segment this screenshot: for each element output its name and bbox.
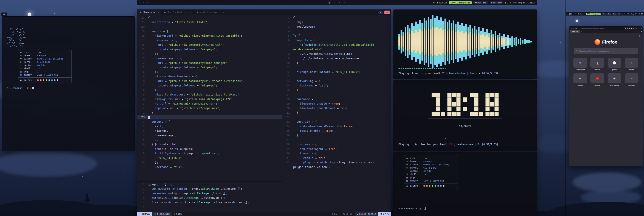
tab-flake-nix[interactable]: ❄ flake.nix × (137, 10, 162, 15)
code-line[interactable]: 9 ../../modules/nixos/desktop/awesome (282, 56, 391, 61)
code-line[interactable]: 5 ... (137, 137, 282, 142)
code-line[interactable]: 1{ (282, 15, 391, 20)
code-line[interactable]: 20 (137, 24, 282, 29)
code-line[interactable]: 14 }; (137, 52, 282, 56)
code-line[interactable]: 13 (282, 74, 391, 79)
code-line[interactable]: 17 nixos-wsl = { (137, 38, 282, 43)
neovim-window[interactable]: ❄ flake.nix × ❄ pkgs/default... × ❄ host… (137, 10, 391, 216)
code-line[interactable]: 16 url = "github:nix-community/nixos-wsl… (137, 43, 282, 47)
code-line[interactable]: 2 pkgs, (282, 20, 391, 24)
code-line[interactable]: 5} (137, 204, 282, 209)
code-line[interactable]: 17 (282, 92, 391, 97)
code-line[interactable]: 18 nixpkgs.url = "github:nixos/nixpkgs/n… (137, 33, 282, 38)
tag-1[interactable]: 1 (569, 13, 572, 15)
code-line[interactable]: 22 (282, 115, 391, 119)
clock-module[interactable]: Thu Aug 08, 18:18 (513, 2, 535, 4)
tab-pkgs-default[interactable]: ❄ pkgs/default... × (162, 10, 194, 15)
code-line[interactable]: 8 url = "github:nix-community/nix-vscode… (137, 79, 282, 83)
editor-pane-hosts[interactable]: 1{2 pkgs,3 modulesPath,4 ...5}: {6 impor… (282, 15, 391, 212)
code-line[interactable]: 1 tux-awesome-wm-config = pkgs.callPacka… (137, 186, 282, 191)
extension-icon[interactable] (625, 28, 626, 29)
code-line[interactable]: 4 ... (282, 29, 391, 33)
tray-icon[interactable]: ◆ (510, 2, 511, 4)
code-line[interactable]: 10 ]; (282, 61, 391, 65)
ping-module[interactable]: Home: 6ms (602, 13, 612, 15)
clock-module[interactable]: Thu Aug 08, 18:18 (628, 13, 643, 15)
code-line[interactable]: 7 inherit (self) outputs; (137, 147, 282, 151)
menu-icon[interactable]: ≡ (139, 1, 141, 4)
url-bar[interactable]: Search with Google or enter address (578, 27, 624, 30)
shortcut-chatgpt[interactable]: ⊛chatgpt (572, 73, 588, 86)
code-line[interactable]: 15 inputs.nixpkgs.follows = "nixpkgs"; (137, 47, 282, 52)
menu-button[interactable]: ≡ (633, 27, 634, 29)
back-button[interactable]: ← (570, 27, 572, 29)
tray-icon[interactable]: ♪ (624, 13, 625, 15)
code-line[interactable]: 11 username = "tux"; (137, 165, 282, 169)
extension-icon[interactable] (627, 28, 628, 29)
editor-pane-pkgs[interactable]: 1{pkgs, ...}: {1 tux-awesome-wm-config =… (137, 181, 282, 212)
shortcut-search-nixos[interactable]: ❄search.nixos (572, 58, 588, 71)
code-line[interactable]: 11 (282, 65, 391, 70)
code-line[interactable]: 3 nur.url = "github:nix-community/nur"; (137, 101, 282, 106)
code-line[interactable]: 10 }; (137, 70, 282, 74)
tray-icon[interactable]: ● (505, 2, 506, 4)
code-line[interactable]: 5 nixos-hardware.url = "github:nixos/nix… (137, 92, 282, 97)
clock-panel[interactable]: 08/08/24 =====================> Playing:… (394, 80, 537, 151)
close-button[interactable]: × (640, 27, 642, 29)
tab-list-button[interactable]: ▾ (641, 31, 642, 33)
maximize-button[interactable]: □ (638, 27, 639, 29)
code-line[interactable]: 19 bluetooth.enable = true; (282, 101, 391, 106)
firefox-window[interactable]: ← → ↻ Search with Google or enter addres… (569, 26, 643, 166)
tab-close-icon[interactable]: × (190, 11, 192, 13)
code-line[interactable]: 6 } @ inputs: let (137, 142, 282, 147)
code-line[interactable]: 21 description = "tux's NixOS Flake"; (137, 20, 282, 24)
shortcut-amazon[interactable]: aamazon (590, 58, 606, 71)
code-line[interactable]: 21 }; (282, 110, 391, 115)
tab-hosts-isoimage[interactable]: ❄ hosts/isoImag.. × (194, 10, 227, 15)
shortcut-claude[interactable]: ✳claude (624, 58, 640, 71)
code-line[interactable]: 23 security = { (282, 119, 391, 124)
code-line[interactable]: 2 tux-nvim-config = pkgs.callPackage ./n… (137, 191, 282, 195)
ping-module[interactable]: Home: 8ms (473, 1, 488, 4)
code-line[interactable]: 31 enable = true; (282, 156, 391, 160)
code-line[interactable]: 3 modulesPath, (282, 24, 391, 29)
code-line[interactable]: 2 sops-nix.url = "github:Mic92/sops-nix"… (137, 106, 282, 110)
tag-2[interactable]: 2 (333, 1, 336, 4)
code-line[interactable]: 8 forAllSystems = nixpkgs.lib.genAttrs [ (137, 151, 282, 156)
code-line[interactable]: 15 hostName = "iso"; (282, 83, 391, 88)
code-line[interactable]: 26 }; (282, 133, 391, 137)
minimize-button[interactable]: – (636, 27, 636, 29)
code-line[interactable]: 7 "${modulesPath}/installer/cd-dvd/insta… (282, 43, 391, 47)
code-line[interactable]: 7 inputs.nixpkgs.follows = "nixpkgs"; (137, 83, 282, 88)
code-line[interactable]: 11 inputs.nixpkgs.follows = "nixpkgs"; (137, 65, 282, 70)
code-line[interactable]: 27 (282, 137, 391, 142)
code-line[interactable]: 16 }; (282, 88, 391, 92)
menu-icon[interactable]: ≡ (567, 13, 568, 15)
newtab-search-bar[interactable]: Search with Google or enter address (574, 48, 638, 54)
code-line[interactable]: plugin thunar-volman]; (282, 165, 391, 169)
power-profile-module[interactable]: P: Balanced (433, 2, 448, 4)
code-line[interactable]: n-cd-minimal.nix" (282, 47, 391, 52)
shortcut-chat-openai[interactable]: ⊛chat.openai (606, 73, 622, 86)
gpu-module[interactable]: GPU: Integrated (586, 13, 601, 15)
tag-3[interactable]: 3 (338, 1, 341, 4)
gpu-module[interactable]: GPU: Integrated (449, 1, 472, 4)
code-line[interactable]: 10 ]; (137, 160, 282, 165)
power-profile-module[interactable]: P: Balanced (575, 13, 585, 15)
personalize-gear-icon[interactable]: ⚙ (639, 35, 641, 37)
code-line[interactable]: 4 firefox-mod-blur = pkgs.callPackage ./… (137, 200, 282, 204)
terminal-window[interactable]: \\ \\ // ==\\__\\/ // // \\// ==// //== … (2, 16, 135, 151)
code-line[interactable]: 3 astronvim = pkgs.callPackage ./astronv… (137, 195, 282, 200)
shortcut-github[interactable]: github (606, 58, 622, 71)
tab-close-icon[interactable]: × (223, 11, 224, 13)
code-line[interactable]: 24 sudo.wheelNeedsPassword = false; (282, 124, 391, 128)
tray-icon[interactable]: ◆ (626, 13, 626, 15)
code-line[interactable]: 30 thunar = { (282, 151, 391, 156)
fetch-panel[interactable]: ◉usertux⌂hnamecanopus❄distroNixOS 24.11 … (394, 152, 537, 216)
code-line[interactable]: 2 self, (137, 124, 282, 128)
code-line[interactable]: 5}: { (282, 33, 391, 38)
code-line[interactable]: 1 outputs = { (137, 119, 282, 124)
battery-module[interactable]: Bat: 100 (612, 13, 621, 15)
visualizer-panel[interactable]: =====================> Playing: ffee for… (394, 10, 537, 79)
new-tab-button[interactable]: + (581, 31, 582, 33)
